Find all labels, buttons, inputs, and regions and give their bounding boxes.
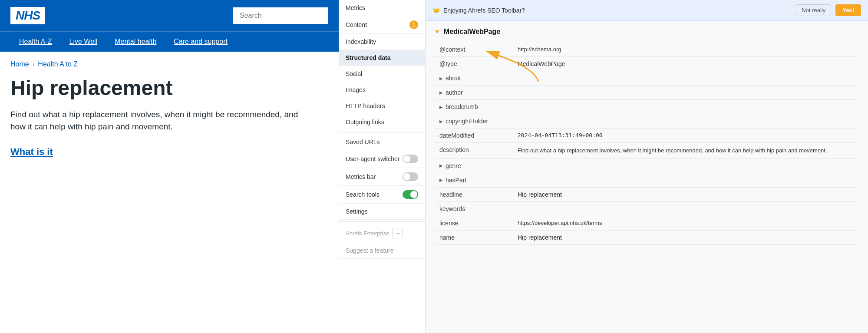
what-is-it-link[interactable]: What is it <box>10 146 53 157</box>
page-title: Hip replacement <box>10 77 328 100</box>
nav-care-support[interactable]: Care and support <box>165 32 236 52</box>
ahrefs-menu-panel: Metrics Content 1 Indexability Structure… <box>339 0 426 333</box>
breadcrumb-home[interactable]: Home <box>10 60 29 68</box>
menu-item-enterprise[interactable]: Ahrefs Enterprise → <box>339 224 425 243</box>
field-value: http://schema.org <box>512 43 859 57</box>
menu-item-metrics-bar[interactable]: Metrics bar <box>339 168 425 186</box>
field-value <box>512 71 859 86</box>
field-key: ▶ breadcrumb <box>434 100 512 114</box>
menu-item-outgoing-links[interactable]: Outgoing links <box>339 114 425 130</box>
table-row: ▶ author <box>434 86 859 100</box>
toolbar-actions: Not really Yes! <box>796 4 861 16</box>
menu-item-social[interactable]: Social <box>339 66 425 82</box>
field-key: name <box>434 230 512 244</box>
table-row: ▶ breadcrumb <box>434 100 859 114</box>
table-row: license https://developer.api.nhs.uk/ter… <box>434 216 859 230</box>
field-value <box>512 100 859 114</box>
yes-button[interactable]: Yes! <box>835 4 861 16</box>
structured-data-table: @context http://schema.org @type Medical… <box>434 43 859 245</box>
menu-item-structured-data[interactable]: Structured data <box>339 50 425 66</box>
table-row: @context http://schema.org <box>434 43 859 57</box>
menu-divider-1 <box>339 132 425 132</box>
field-key: ▶ about <box>434 71 512 86</box>
field-value: MedicalWebPage <box>512 57 859 71</box>
menu-item-user-agent[interactable]: User-agent switcher <box>339 150 425 168</box>
field-key: dateModified <box>434 129 512 143</box>
field-key: @type <box>434 57 512 71</box>
nhs-website-panel: NHS Health A-Z Live Well Mental health C… <box>0 0 339 333</box>
nhs-header: NHS <box>0 0 339 31</box>
not-really-button[interactable]: Not really <box>796 4 831 16</box>
search-tools-toggle[interactable] <box>403 190 418 199</box>
user-agent-toggle[interactable] <box>403 155 418 163</box>
collapse-arrow-icon[interactable]: ▼ <box>434 28 440 35</box>
menu-item-images[interactable]: Images <box>339 82 425 98</box>
expand-arrow-icon[interactable]: ▶ <box>439 178 443 182</box>
nav-health-az[interactable]: Health A-Z <box>10 32 61 52</box>
table-row: headline Hip replacement <box>434 187 859 201</box>
breadcrumb: Home › Health A to Z <box>10 60 328 68</box>
toolbar-message: 🤝 Enjoying Ahrefs SEO Toolbar? <box>432 7 525 14</box>
table-row: ▶ copyrightHolder <box>434 114 859 129</box>
field-value: https://developer.api.nhs.uk/terms <box>512 216 859 230</box>
enterprise-label: Ahrefs Enterprise <box>346 230 389 237</box>
table-row: @type MedicalWebPage <box>434 57 859 71</box>
table-row: description Find out what a hip replacem… <box>434 143 859 159</box>
field-key: ▶ copyrightHolder <box>434 114 512 129</box>
expand-arrow-icon[interactable]: ▶ <box>439 163 443 168</box>
enterprise-arrow-icon[interactable]: → <box>393 228 403 238</box>
menu-item-settings[interactable]: Settings <box>339 204 425 220</box>
field-value: 2024-04-04T13:31:49+00:00 <box>512 129 859 143</box>
field-key: ▶ author <box>434 86 512 100</box>
structured-data-panel: 🤝 Enjoying Ahrefs SEO Toolbar? Not reall… <box>426 0 868 333</box>
expand-arrow-icon[interactable]: ▶ <box>439 90 443 95</box>
expand-arrow-icon[interactable]: ▶ <box>439 76 443 81</box>
expand-arrow-icon[interactable]: ▶ <box>439 105 443 109</box>
field-key: license <box>434 216 512 230</box>
breadcrumb-separator: › <box>33 61 35 68</box>
table-row: ▶ hasPart <box>434 173 859 187</box>
menu-item-indexability[interactable]: Indexability <box>339 34 425 50</box>
content-badge: 1 <box>409 20 418 29</box>
menu-item-suggest[interactable]: Suggest a feature <box>339 243 425 259</box>
page-description: Find out what a hip replacement involves… <box>10 109 306 133</box>
field-value <box>512 173 859 187</box>
sd-type-header: ▼ MedicalWebPage <box>434 28 859 36</box>
breadcrumb-health-az[interactable]: Health A to Z <box>38 60 78 68</box>
menu-item-http-headers[interactable]: HTTP headers <box>339 98 425 114</box>
table-row: ▶ genre <box>434 158 859 173</box>
nhs-logo[interactable]: NHS <box>10 7 45 24</box>
field-key: ▶ hasPart <box>434 173 512 187</box>
toolbar-text: Enjoying Ahrefs SEO Toolbar? <box>443 7 525 14</box>
field-key: @context <box>434 43 512 57</box>
menu-divider-2 <box>339 221 425 222</box>
sd-type-label: MedicalWebPage <box>444 28 500 36</box>
field-value: Hip replacement <box>512 230 859 244</box>
menu-item-saved-urls[interactable]: Saved URLs <box>339 134 425 150</box>
field-key: headline <box>434 187 512 201</box>
search-input[interactable] <box>233 7 328 24</box>
field-value <box>512 86 859 100</box>
field-value: Find out what a hip replacement involves… <box>512 143 859 159</box>
nav-live-well[interactable]: Live Well <box>61 32 106 52</box>
menu-item-metrics[interactable]: Metrics <box>339 0 425 16</box>
menu-item-search-tools[interactable]: Search tools <box>339 186 425 204</box>
table-row: dateModified 2024-04-04T13:31:49+00:00 <box>434 129 859 143</box>
field-key: keywords <box>434 201 512 216</box>
nhs-nav: Health A-Z Live Well Mental health Care … <box>0 31 339 52</box>
field-value <box>512 201 859 216</box>
table-row: ▶ about <box>434 71 859 86</box>
field-value <box>512 114 859 129</box>
table-row: name Hip replacement <box>434 230 859 244</box>
nhs-content: Home › Health A to Z Hip replacement Fin… <box>0 52 339 333</box>
ahrefs-toolbar: 🤝 Enjoying Ahrefs SEO Toolbar? Not reall… <box>426 0 868 21</box>
field-key: description <box>434 143 512 159</box>
field-value <box>512 158 859 173</box>
expand-arrow-icon[interactable]: ▶ <box>439 119 443 124</box>
metrics-bar-toggle[interactable] <box>403 172 418 181</box>
menu-item-content[interactable]: Content 1 <box>339 16 425 34</box>
toolbar-emoji: 🤝 <box>432 7 440 14</box>
nav-mental-health[interactable]: Mental health <box>106 32 165 52</box>
structured-data-content: ▼ MedicalWebPage @context http://schema.… <box>426 21 868 252</box>
field-value: Hip replacement <box>512 187 859 201</box>
